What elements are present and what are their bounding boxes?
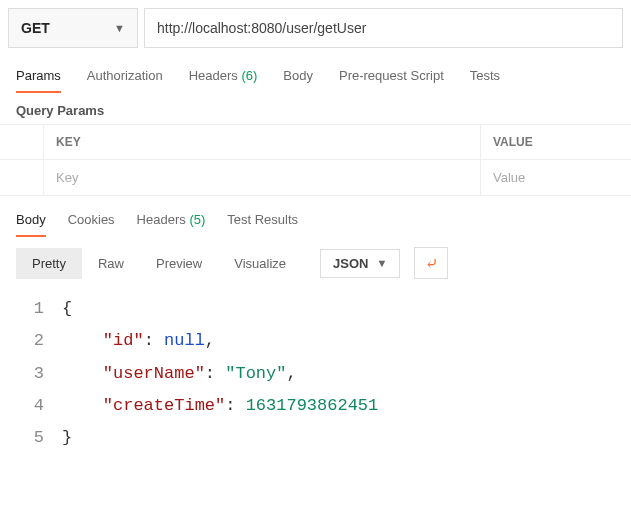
line-content: "createTime": 1631793862451 bbox=[62, 390, 378, 422]
line-content: "userName": "Tony", bbox=[62, 358, 297, 390]
code-line: 2 "id": null, bbox=[0, 325, 631, 357]
line-wrap-button[interactable]: ⤶ bbox=[414, 247, 448, 279]
line-wrap-icon: ⤶ bbox=[425, 254, 438, 273]
view-raw[interactable]: Raw bbox=[82, 248, 140, 279]
col-value-header: VALUE bbox=[481, 125, 631, 159]
resp-tab-headers[interactable]: Headers (5) bbox=[137, 212, 206, 237]
tab-authorization[interactable]: Authorization bbox=[87, 68, 163, 93]
http-method-label: GET bbox=[21, 20, 50, 36]
body-format-label: JSON bbox=[333, 256, 368, 271]
request-tabs: Params Authorization Headers (6) Body Pr… bbox=[0, 48, 631, 93]
table-header-checkbox[interactable] bbox=[0, 125, 44, 159]
view-preview[interactable]: Preview bbox=[140, 248, 218, 279]
line-number: 5 bbox=[0, 422, 62, 454]
query-params-table: KEY VALUE bbox=[0, 124, 631, 196]
resp-tab-cookies[interactable]: Cookies bbox=[68, 212, 115, 237]
table-row bbox=[0, 160, 631, 196]
line-content: "id": null, bbox=[62, 325, 215, 357]
response-body-viewer[interactable]: 1{2 "id": null,3 "userName": "Tony",4 "c… bbox=[0, 289, 631, 464]
query-params-label: Query Params bbox=[0, 93, 631, 124]
tab-params[interactable]: Params bbox=[16, 68, 61, 93]
code-line: 1{ bbox=[0, 293, 631, 325]
tab-tests[interactable]: Tests bbox=[470, 68, 500, 93]
view-mode-segment: Pretty Raw Preview Visualize bbox=[16, 248, 302, 279]
line-number: 2 bbox=[0, 325, 62, 357]
code-line: 3 "userName": "Tony", bbox=[0, 358, 631, 390]
tab-prerequest[interactable]: Pre-request Script bbox=[339, 68, 444, 93]
row-checkbox[interactable] bbox=[0, 160, 44, 195]
line-content: { bbox=[62, 293, 72, 325]
view-pretty[interactable]: Pretty bbox=[16, 248, 82, 279]
line-number: 3 bbox=[0, 358, 62, 390]
response-view-toolbar: Pretty Raw Preview Visualize JSON ▼ ⤶ bbox=[0, 237, 631, 289]
table-header-row: KEY VALUE bbox=[0, 125, 631, 160]
code-line: 5} bbox=[0, 422, 631, 454]
response-tabs: Body Cookies Headers (5) Test Results bbox=[0, 196, 631, 237]
chevron-down-icon: ▼ bbox=[114, 22, 125, 34]
http-method-select[interactable]: GET ▼ bbox=[8, 8, 138, 48]
tab-headers[interactable]: Headers (6) bbox=[189, 68, 258, 93]
request-url-text: http://localhost:8080/user/getUser bbox=[157, 20, 366, 36]
resp-tab-testresults[interactable]: Test Results bbox=[227, 212, 298, 237]
body-format-select[interactable]: JSON ▼ bbox=[320, 249, 400, 278]
code-line: 4 "createTime": 1631793862451 bbox=[0, 390, 631, 422]
col-key-header: KEY bbox=[44, 125, 481, 159]
line-number: 1 bbox=[0, 293, 62, 325]
resp-tab-body[interactable]: Body bbox=[16, 212, 46, 237]
request-url-input[interactable]: http://localhost:8080/user/getUser bbox=[144, 8, 623, 48]
view-visualize[interactable]: Visualize bbox=[218, 248, 302, 279]
param-value-input[interactable] bbox=[493, 170, 619, 185]
line-number: 4 bbox=[0, 390, 62, 422]
tab-body[interactable]: Body bbox=[283, 68, 313, 93]
chevron-down-icon: ▼ bbox=[376, 257, 387, 269]
param-key-input[interactable] bbox=[56, 170, 468, 185]
line-content: } bbox=[62, 422, 72, 454]
